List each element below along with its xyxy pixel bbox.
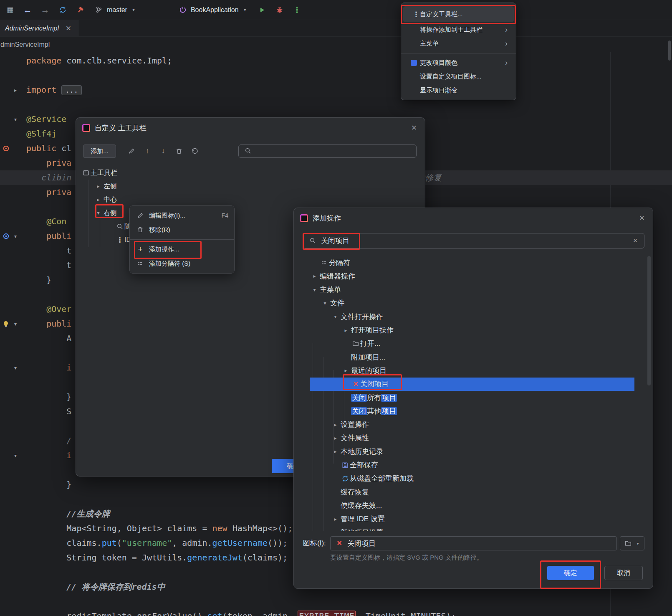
chevron-collapsed-icon: ▸	[93, 182, 104, 191]
customize-tree-item-0[interactable]: 主工具栏	[76, 166, 425, 180]
action-tree-item-16[interactable]: 从磁盘全部重新加载	[294, 472, 653, 485]
vcs-branch-widget[interactable]: master ▾	[90, 3, 141, 17]
action-tree-item-12[interactable]: ▸设置操作	[294, 418, 653, 431]
refresh-button[interactable]	[55, 3, 70, 17]
chevron-down-icon: ▾	[242, 5, 248, 15]
action-tree-item-18[interactable]: 使缓存失效...	[294, 499, 653, 512]
browse-icon-button[interactable]: ▾	[620, 536, 644, 550]
main-menu-button[interactable]: ▦	[3, 3, 18, 17]
chevron-expanded-icon: ▾	[11, 451, 20, 460]
toolbar-item-menu-item-1[interactable]: 移除(R)	[130, 223, 234, 237]
cancel-button[interactable]: 取消	[604, 566, 643, 580]
project-menu-item-1[interactable]: 将操作添加到主工具栏›	[401, 23, 516, 37]
clear-search-icon[interactable]: ×	[631, 236, 640, 246]
customize-tree-item-1[interactable]: ▸左侧	[76, 180, 425, 193]
project-menu-item-6[interactable]: 显示项目渐变	[401, 84, 516, 97]
project-menu-item-5[interactable]: 设置自定义项目图标...	[401, 70, 516, 84]
action-tree-item-9[interactable]: ×关闭项目	[294, 378, 653, 391]
chevron-expanded-icon: ▾	[309, 285, 320, 294]
restore-defaults-button[interactable]	[187, 144, 203, 158]
fold-marker[interactable]: ▾	[11, 448, 20, 463]
ide-window: ▦ ← → master ▾ BookApplication ▾ ⋮ Admin…	[0, 0, 672, 616]
action-tree-item-20[interactable]: ▸新建项目设置	[294, 526, 653, 531]
project-menu-item-4[interactable]: 更改项目颜色›	[401, 56, 516, 70]
close-red-icon: ×	[335, 539, 344, 548]
icon-path-field[interactable]: × 关闭项目	[330, 536, 617, 550]
separator-icon	[136, 259, 145, 268]
build-button[interactable]	[73, 3, 88, 17]
chevron-expanded-icon: ▾	[11, 319, 20, 329]
add-action-dialog: 添加操作 × 关闭项目 × 分隔符▸编辑器操作▾主菜单▾文件▾文件打开操作▸打开…	[293, 208, 653, 589]
action-tree-item-2[interactable]: ▾主菜单	[294, 283, 653, 297]
action-tree-item-7[interactable]: 附加项目...	[294, 350, 653, 364]
toolbar-item-menu-item-0[interactable]: 编辑图标(I)...F4	[130, 208, 234, 223]
fold-marker[interactable]: ▾	[11, 317, 20, 331]
code-line	[0, 97, 672, 112]
project-menu-item-0[interactable]: ⋮自定义工具栏...	[403, 6, 514, 22]
action-tree-item-19[interactable]: ▸管理 IDE 设置	[294, 512, 653, 526]
search-icon	[243, 146, 253, 156]
chevron-collapsed-icon: ▸	[93, 195, 104, 204]
chevron-expanded-icon: ▾	[11, 115, 20, 124]
fold-marker[interactable]: ▾	[11, 112, 20, 127]
customize-search-input[interactable]	[238, 144, 417, 158]
search-value: 关闭项目	[321, 236, 349, 246]
dialog-header: 自定义 主工具栏	[76, 118, 425, 138]
fold-marker[interactable]: ▸	[11, 83, 20, 97]
kebab-icon: ⋮	[412, 10, 421, 19]
close-dialog-button[interactable]: ×	[408, 122, 420, 134]
edit-icon-button[interactable]	[124, 144, 139, 158]
tab-close-icon[interactable]: ×	[64, 24, 73, 33]
action-tree-item-0[interactable]: 分隔符	[294, 256, 653, 269]
action-tree-item-10[interactable]: 关闭所有项目	[294, 391, 653, 404]
more-actions-button[interactable]: ⋮	[290, 3, 305, 17]
chevron-collapsed-icon: ▸	[330, 433, 341, 443]
action-tree-item-4[interactable]: ▾文件打开操作	[294, 310, 653, 323]
project-menu-item-2[interactable]: 主菜单›	[401, 37, 516, 51]
editor-scrollbar[interactable]	[668, 41, 671, 61]
bean-gutter-icon[interactable]	[1, 229, 10, 243]
debug-button[interactable]	[272, 3, 287, 17]
action-tree-item-14[interactable]: ▸本地历史记录	[294, 445, 653, 458]
move-up-button[interactable]: ↑	[139, 144, 155, 158]
bean-icon	[1, 232, 10, 241]
delete-icon	[174, 147, 184, 156]
action-tree-item-15[interactable]: 全部保存	[294, 459, 653, 472]
fold-marker[interactable]: ▾	[11, 229, 20, 243]
chevron-collapsed-icon: ▸	[341, 326, 351, 335]
toolbar-item-menu-item-4[interactable]: 添加分隔符 (S)	[130, 256, 234, 271]
action-tree-item-17[interactable]: 缓存恢复	[294, 485, 653, 499]
close-red-icon: ×	[351, 380, 360, 389]
dropdown-icon: ▾	[242, 5, 248, 15]
spring-bean-icon	[1, 144, 10, 153]
toolbar-item-context-menu: 编辑图标(I)...F4移除(R)+添加操作...添加分隔符 (S)	[129, 205, 235, 274]
action-tree-item-8[interactable]: ▸最近的项目	[294, 364, 653, 377]
action-tree-item-1[interactable]: ▸编辑器操作	[294, 269, 653, 283]
action-tree-item-5[interactable]: ▸打开项目操作	[294, 324, 653, 337]
action-tree-item-6[interactable]: 打开...	[294, 337, 653, 350]
move-down-button[interactable]: ↓	[155, 144, 171, 158]
back-button[interactable]: ←	[20, 3, 35, 17]
tab-adminserviceimpl[interactable]: AdminServiceImpl ×	[0, 20, 78, 36]
action-tree-item-11[interactable]: 关闭其他项目	[294, 404, 653, 418]
spring-bean-icon[interactable]	[1, 141, 10, 156]
run-button[interactable]	[255, 3, 270, 17]
action-tree-item-3[interactable]: ▾文件	[294, 297, 653, 310]
close-dialog-button[interactable]: ×	[636, 212, 648, 224]
ok-button[interactable]: 确定	[547, 566, 594, 580]
action-tree-item-13[interactable]: ▸文件属性	[294, 431, 653, 445]
lightbulb-icon[interactable]	[1, 317, 10, 331]
submenu-icon: ›	[502, 58, 511, 68]
action-search-input[interactable]: 关闭项目 ×	[303, 233, 644, 248]
tree-scrollbar[interactable]	[647, 256, 651, 385]
fold-marker[interactable]: ▾	[11, 360, 20, 375]
chevron-expanded-icon: ▾	[320, 299, 330, 308]
forward-button[interactable]: →	[38, 3, 53, 17]
remove-button[interactable]	[171, 144, 187, 158]
toolbar-item-menu-item-3[interactable]: +添加操作...	[130, 242, 234, 256]
add-button[interactable]: 添加...	[83, 144, 116, 158]
clear-icon: ×	[631, 236, 640, 246]
run-configuration-widget[interactable]: BookApplication ▾	[174, 3, 252, 17]
reload-icon	[341, 474, 350, 483]
customize-tree-item-2[interactable]: ▸中心	[76, 193, 425, 206]
